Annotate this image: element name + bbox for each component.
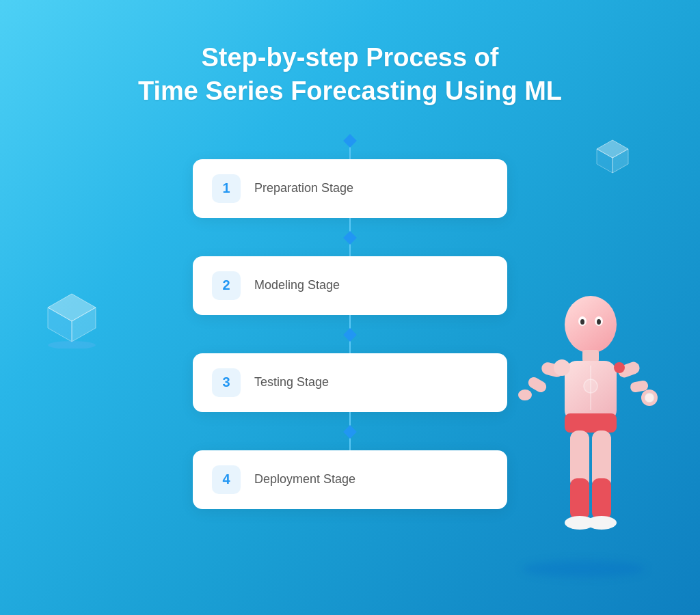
stage-number-2: 2	[212, 271, 241, 300]
stage-number-1: 1	[212, 174, 241, 203]
title-line1: Step-by-step Process of	[201, 43, 498, 72]
svg-point-19	[614, 362, 625, 373]
cube-right-decoration	[594, 137, 632, 177]
title-line2: Time Series Forecasting Using ML	[138, 77, 562, 105]
svg-point-31	[584, 379, 597, 393]
svg-point-18	[645, 393, 654, 402]
stage-card-2: 2 Modeling Stage	[193, 256, 507, 315]
svg-point-13	[518, 390, 532, 400]
stage-4-wrapper: 4 Deployment Stage	[193, 412, 507, 509]
stage-card-3: 3 Testing Stage	[193, 353, 507, 412]
connector-dot-2	[343, 231, 357, 245]
stage-label-3: Testing Stage	[254, 375, 329, 390]
connector-dot-3	[343, 328, 357, 342]
stage-label-4: Deployment Stage	[254, 472, 355, 487]
stage-number-4: 4	[212, 465, 241, 494]
svg-point-14	[554, 359, 570, 376]
svg-point-25	[587, 516, 617, 530]
svg-rect-8	[582, 350, 599, 362]
stage-1-wrapper: 1 Preparation Stage	[193, 136, 507, 218]
flow-container: 1 Preparation Stage 2 Modeling Stage 3 T…	[193, 136, 507, 509]
svg-point-7	[565, 296, 617, 353]
svg-point-28	[580, 319, 584, 325]
svg-point-3	[48, 341, 96, 348]
svg-point-29	[597, 319, 601, 325]
stage-number-3: 3	[212, 368, 241, 397]
stage-label-2: Modeling Stage	[254, 278, 340, 292]
svg-rect-10	[565, 413, 617, 433]
svg-rect-22	[570, 478, 589, 519]
connector-dot-1	[343, 134, 357, 148]
robot-figure	[515, 287, 666, 574]
connector-dot-4	[343, 425, 357, 439]
stage-2-wrapper: 2 Modeling Stage	[193, 218, 507, 315]
stage-card-4: 4 Deployment Stage	[193, 450, 507, 509]
stage-label-1: Preparation Stage	[254, 181, 353, 195]
svg-rect-23	[592, 478, 611, 519]
title-section: Step-by-step Process of Time Series Fore…	[138, 41, 562, 109]
stage-3-wrapper: 3 Testing Stage	[193, 315, 507, 412]
stage-card-1: 1 Preparation Stage	[193, 159, 507, 218]
cube-left-decoration	[41, 287, 103, 351]
